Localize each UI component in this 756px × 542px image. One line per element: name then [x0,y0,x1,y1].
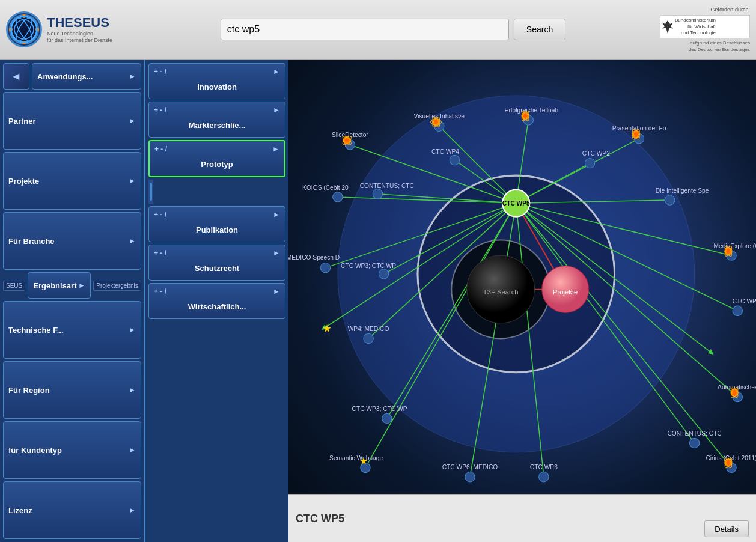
chevron-right-icon: ► [273,287,280,296]
svg-text:★: ★ [322,322,332,335]
filter-controls: + - / [154,145,167,153]
sidebar-item-kundentyp[interactable]: für Kundentyp ► [3,421,141,479]
filter-controls: + - / [154,249,166,257]
sidebar-item-branche[interactable]: Für Branche ► [3,212,141,270]
svg-text:★: ★ [359,455,368,466]
filter-controls: + - / [154,67,166,76]
projektergebnis-label: Projektergebnis [93,281,141,291]
svg-point-7 [35,28,39,31]
search-input[interactable] [221,19,509,40]
svg-point-2 [13,16,35,43]
main-area: ◄ Anwendungs... ► Partner ► Projekte ► F… [0,60,756,542]
chevron-right-icon: ► [272,145,279,153]
logo-text: THESEUS Neue Technologienfür das Interne… [47,15,112,44]
svg-point-75 [689,438,699,448]
sidebar-item-lizenz[interactable]: Lizenz ► [3,481,141,539]
svg-text:CTC WP3; CTC WP: CTC WP3; CTC WP [341,263,396,269]
sponsor-logo: Bundesministeriumfür Wirtschaftund Techn… [660,15,750,38]
chevron-right-icon: ► [129,237,136,245]
sponsor-line1: Gefördert durch: [660,6,750,14]
svg-text:Visuelles Inhaltsve: Visuelles Inhaltsve [414,113,465,120]
app-subtitle: Neue Technologienfür das Internet der Di… [47,31,112,44]
svg-text:CONTENTUS; CTC: CONTENTUS; CTC [360,183,414,189]
filter-label: Wirtschaftlich... [154,298,280,315]
sidebar-item-anwendungs[interactable]: Anwendungs... ► [32,63,141,90]
svg-text:KOIOS (Cebit 20: KOIOS (Cebit 20 [302,184,349,191]
scroll-handle[interactable] [148,180,153,204]
sidebar-item-ergebnisart[interactable]: Ergebnisart ► [28,272,91,299]
filter-label: Markterschlie... [154,117,280,133]
sponsor-area: Gefördert durch: Bundesministeriumfür Wi… [660,6,750,53]
eagle-icon [662,20,673,34]
sidebar-item-technische[interactable]: Technische F... ► [3,301,141,359]
sponsor-text: Bundesministeriumfür Wirtschaftund Techn… [675,17,716,36]
filter-controls: + - / [154,210,166,219]
svg-text:MediaExplore (Cebi: MediaExplore (Cebi [714,243,756,249]
sidebar-item-label: Für Region [8,386,50,395]
logo-area: THESEUS Neue Technologienfür das Interne… [6,11,126,47]
svg-text:MEDICO Speech D: MEDICO Speech D [288,254,340,261]
svg-point-55 [333,192,343,202]
sidebar-top-row: ◄ Anwendungs... ► [3,63,141,90]
svg-point-57 [373,189,382,199]
back-button[interactable]: ◄ [3,63,29,90]
svg-text:CTC WP6: CTC WP6 [733,298,756,305]
svg-rect-8 [150,183,152,201]
sidebar-item-label: Projekte [8,177,39,186]
filter-schutzrecht[interactable]: + - / ► Schutzrecht [148,245,285,281]
svg-point-63 [320,263,330,272]
svg-text:CTC WP2: CTC WP2 [582,150,610,157]
header: THESEUS Neue Technologienfür das Interne… [0,0,756,60]
chevron-right-icon: ► [129,117,136,125]
chevron-right-icon: ► [273,210,280,219]
chevron-right-icon: ► [129,326,136,334]
svg-point-4 [22,14,26,18]
svg-point-65 [364,333,373,343]
search-button[interactable]: Search [514,19,565,40]
filter-markterschlie[interactable]: + - / ► Markterschlie... [148,102,285,138]
svg-point-0 [10,15,38,44]
svg-point-1 [14,20,34,39]
info-title: CTC WP5 [296,513,344,525]
filter-prototyp[interactable]: + - / ► Prototyp [148,140,285,177]
details-button[interactable]: Details [704,520,749,537]
svg-text:T3F Search: T3F Search [483,288,519,296]
svg-text:CTC WP6; MEDICO: CTC WP6; MEDICO [442,464,498,470]
svg-point-53 [585,158,594,168]
seus-label: SEUS [3,281,25,291]
sponsor-note: aufgrund eines Beschlussesdes Deutschen … [660,40,750,53]
svg-point-81 [465,472,475,482]
sidebar-item-projekte[interactable]: Projekte ► [3,152,141,210]
sidebar-item-label: für Kundentyp [8,446,62,455]
sidebar-item-region[interactable]: Für Region ► [3,361,141,419]
svg-point-3 [13,16,35,43]
graph-canvas[interactable]: T3F Search Projekte CTC WP5 Visuelles In… [288,60,756,494]
chevron-right-icon: ► [78,281,85,290]
svg-text:CTC WP3: CTC WP3 [530,464,558,470]
chevron-right-icon: ► [129,72,136,81]
svg-point-59 [665,195,674,205]
svg-point-83 [539,472,549,482]
sidebar-item-partner[interactable]: Partner ► [3,92,141,150]
filter-innovation[interactable]: + - / ► Innovation [148,63,285,99]
svg-text:Die Intelligente Spe: Die Intelligente Spe [656,187,709,194]
svg-text:Semantic Webpage: Semantic Webpage [329,455,383,461]
filter-wirtschaftlich[interactable]: + - / ► Wirtschaftlich... [148,283,285,319]
chevron-right-icon: ► [273,67,280,76]
svg-text:Erfolgreiche Teilnah: Erfolgreiche Teilnah [505,107,559,114]
filter-publikation[interactable]: + - / ► Publikation [148,206,285,242]
sidebar-item-label: Partner [8,117,36,126]
sidebar-item-label: Ergebnisart [33,281,76,290]
svg-text:CTC WP3; CTC WP: CTC WP3; CTC WP [352,406,407,412]
sidebar: ◄ Anwendungs... ► Partner ► Projekte ► F… [0,60,144,542]
chevron-right-icon: ► [129,177,136,185]
svg-text:CTC WP5: CTC WP5 [502,200,530,207]
info-bar: CTC WP5 Details [288,494,756,542]
chevron-right-icon: ► [129,506,136,514]
svg-point-69 [733,306,742,315]
graph-svg: T3F Search Projekte CTC WP5 Visuelles In… [288,60,756,494]
svg-point-51 [450,155,459,165]
filter-controls: + - / [154,287,166,296]
svg-point-5 [22,41,26,44]
graph-area: T3F Search Projekte CTC WP5 Visuelles In… [288,60,756,542]
